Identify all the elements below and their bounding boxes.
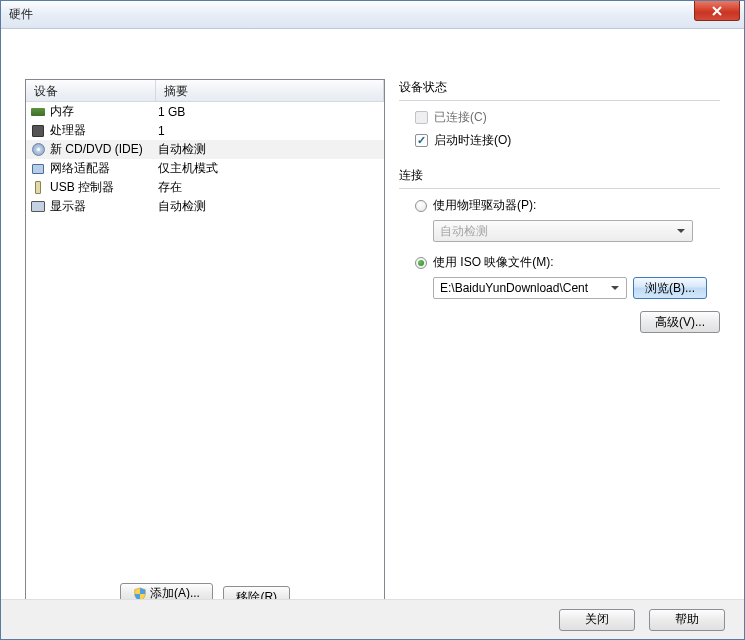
hardware-name: 处理器	[50, 122, 158, 139]
physical-drive-value: 自动检测	[440, 223, 488, 240]
right-panel: 设备状态 已连接(C) 启动时连接(O) 连接 使用物理驱动器(P): 自动检测	[399, 79, 720, 535]
help-button[interactable]: 帮助	[649, 609, 725, 631]
physical-drive-label: 使用物理驱动器(P):	[433, 197, 536, 214]
footer: 关闭 帮助	[1, 599, 744, 639]
hardware-row[interactable]: 处理器1	[26, 121, 384, 140]
physical-drive-radio[interactable]	[415, 200, 427, 212]
memory-icon	[30, 104, 46, 120]
hardware-row[interactable]: 新 CD/DVD (IDE)自动检测	[26, 140, 384, 159]
hardware-row[interactable]: 显示器自动检测	[26, 197, 384, 216]
header-device[interactable]: 设备	[26, 80, 156, 101]
chevron-down-icon[interactable]	[606, 280, 623, 296]
hardware-summary: 存在	[158, 179, 182, 196]
hardware-name: 内存	[50, 103, 158, 120]
iso-path-combo[interactable]: E:\BaiduYunDownload\Cent	[433, 277, 627, 299]
list-header: 设备 摘要	[26, 80, 384, 102]
physical-drive-combo: 自动检测	[433, 220, 693, 242]
display-icon	[30, 199, 46, 215]
iso-path-value: E:\BaiduYunDownload\Cent	[440, 281, 588, 295]
connect-on-start-checkbox[interactable]	[415, 134, 428, 147]
device-status-title: 设备状态	[399, 79, 720, 96]
browse-button[interactable]: 浏览(B)...	[633, 277, 707, 299]
close-button[interactable]	[694, 1, 740, 21]
connect-on-start-label: 启动时连接(O)	[434, 132, 511, 149]
hardware-summary: 1 GB	[158, 105, 185, 119]
cd-icon	[30, 142, 46, 158]
hardware-summary: 自动检测	[158, 141, 206, 158]
iso-label: 使用 ISO 映像文件(M):	[433, 254, 554, 271]
titlebar[interactable]: 硬件	[1, 1, 744, 29]
iso-row: 使用 ISO 映像文件(M):	[415, 254, 720, 271]
connected-label: 已连接(C)	[434, 109, 487, 126]
physical-drive-row: 使用物理驱动器(P):	[415, 197, 720, 214]
connect-on-start-row: 启动时连接(O)	[415, 132, 720, 149]
connection-title: 连接	[399, 167, 720, 184]
cpu-icon	[30, 123, 46, 139]
hardware-summary: 自动检测	[158, 198, 206, 215]
hardware-summary: 仅主机模式	[158, 160, 218, 177]
hardware-row[interactable]: 网络适配器仅主机模式	[26, 159, 384, 178]
hardware-row[interactable]: 内存1 GB	[26, 102, 384, 121]
connected-checkbox	[415, 111, 428, 124]
close-label: 关闭	[585, 611, 609, 628]
chevron-down-icon	[672, 223, 689, 239]
hardware-name: 网络适配器	[50, 160, 158, 177]
hardware-name: USB 控制器	[50, 179, 158, 196]
header-summary[interactable]: 摘要	[156, 80, 384, 101]
divider	[399, 188, 720, 189]
content-area: 设备 摘要 内存1 GB处理器1新 CD/DVD (IDE)自动检测网络适配器仅…	[1, 29, 744, 591]
iso-radio[interactable]	[415, 257, 427, 269]
hardware-dialog: 硬件 设备 摘要 内存1 GB处理器1新 CD/DVD (IDE)自动检测网络适…	[0, 0, 745, 640]
usb-icon	[30, 180, 46, 196]
window-title: 硬件	[9, 6, 33, 23]
divider	[399, 100, 720, 101]
iso-path-row: E:\BaiduYunDownload\Cent 浏览(B)...	[433, 277, 720, 299]
close-dialog-button[interactable]: 关闭	[559, 609, 635, 631]
help-label: 帮助	[675, 611, 699, 628]
hardware-row[interactable]: USB 控制器存在	[26, 178, 384, 197]
connected-row: 已连接(C)	[415, 109, 720, 126]
close-icon	[711, 6, 723, 16]
advanced-button[interactable]: 高级(V)...	[640, 311, 720, 333]
hardware-list-panel: 设备 摘要 内存1 GB处理器1新 CD/DVD (IDE)自动检测网络适配器仅…	[25, 79, 385, 615]
hardware-summary: 1	[158, 124, 165, 138]
network-icon	[30, 161, 46, 177]
hardware-name: 显示器	[50, 198, 158, 215]
hardware-rows: 内存1 GB处理器1新 CD/DVD (IDE)自动检测网络适配器仅主机模式US…	[26, 102, 384, 216]
physical-drive-combo-row: 自动检测	[433, 220, 720, 242]
hardware-name: 新 CD/DVD (IDE)	[50, 141, 158, 158]
